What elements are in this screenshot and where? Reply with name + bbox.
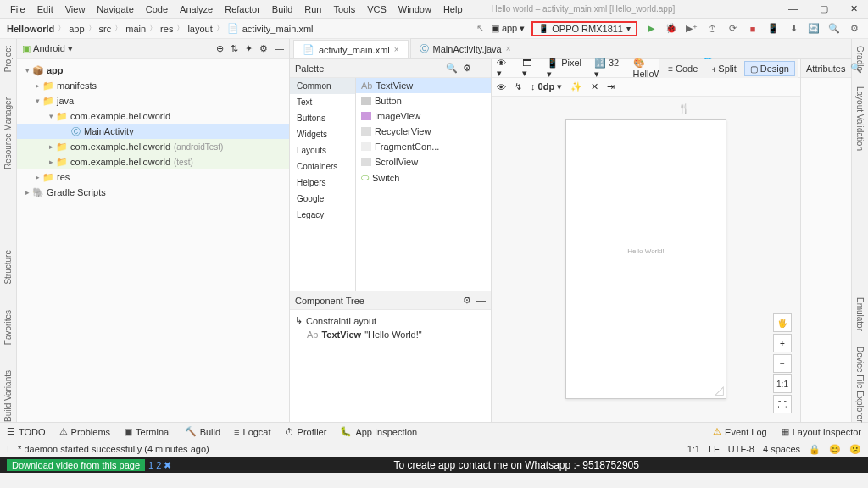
coverage-icon[interactable]: ▶⁺ [685, 22, 698, 36]
options-icon[interactable]: ✦ [245, 43, 253, 54]
tab-problems[interactable]: ⚠ Problems [59, 426, 110, 437]
menu-vcs[interactable]: VCS [362, 3, 392, 16]
gutter-favorites[interactable]: Favorites [3, 310, 13, 345]
tb2-wand-icon[interactable]: ✨ [570, 81, 582, 92]
tab-close-icon[interactable]: × [506, 44, 511, 53]
tree-res[interactable]: ▸📁res [17, 169, 289, 185]
menu-tools[interactable]: Tools [328, 3, 360, 16]
sdk-icon[interactable]: ⬇ [787, 22, 800, 36]
tree-java[interactable]: ▾📁java [17, 93, 289, 108]
hide-icon[interactable]: — [275, 43, 284, 54]
item-imageview[interactable]: ImageView [356, 108, 491, 124]
crumb-src[interactable]: src [99, 24, 112, 34]
gutter-structure[interactable]: Structure [3, 250, 13, 285]
zoom-reset[interactable]: 1:1 [773, 374, 792, 393]
tab-profiler[interactable]: ⏱ Profiler [285, 427, 327, 437]
cat-layouts[interactable]: Layouts [290, 142, 355, 158]
cat-containers[interactable]: Containers [290, 158, 355, 175]
item-button[interactable]: Button [356, 93, 491, 108]
device-preview[interactable]: Hello World! ◿ [565, 119, 726, 399]
charset[interactable]: UTF-8 [728, 444, 754, 455]
tab-app-inspection[interactable]: 🐛 App Inspection [340, 426, 417, 437]
menu-refactor[interactable]: Refactor [220, 3, 265, 16]
item-fragment[interactable]: FragmentCon... [356, 139, 491, 154]
zoom-fit-icon[interactable]: ⛶ [773, 395, 792, 413]
orientation-icon[interactable]: 🗖 ▾ [522, 58, 537, 79]
comp-gear-icon[interactable]: ⚙ [463, 295, 471, 306]
crumb-file[interactable]: activity_main.xml [242, 24, 314, 34]
tb2-margin[interactable]: ↕ 0dp ▾ [531, 81, 562, 92]
menu-code[interactable]: Code [141, 3, 173, 16]
gutter-build-variants[interactable]: Build Variants [3, 370, 13, 422]
tree-package[interactable]: ▾📁com.example.helloworld [17, 108, 289, 124]
mode-design[interactable]: ▢ Design [744, 61, 795, 76]
gutter-project[interactable]: Project [3, 46, 13, 72]
menu-view[interactable]: View [60, 3, 91, 16]
gutter-emulator[interactable]: Emulator [855, 297, 865, 331]
profile-icon[interactable]: ⏱ [705, 22, 719, 36]
tree-main-activity[interactable]: ⒸMainActivity [17, 124, 289, 139]
cat-helpers[interactable]: Helpers [290, 175, 355, 191]
tab-logcat[interactable]: ≡ Logcat [234, 427, 270, 437]
caret-position[interactable]: 1:1 [687, 444, 700, 455]
close-icon[interactable]: ✕ [845, 2, 863, 16]
tree-package-test[interactable]: ▸📁com.example.helloworld(test) [17, 154, 289, 169]
crumb-project[interactable]: Helloworld [7, 24, 54, 34]
crumb-app[interactable]: app [69, 24, 84, 34]
menu-file[interactable]: File [5, 3, 31, 16]
maximize-icon[interactable]: ▢ [815, 2, 833, 16]
palette-search-icon[interactable]: 🔍 [446, 63, 458, 74]
preview-hello-world[interactable]: Hello World! [566, 247, 726, 255]
palette-hide-icon[interactable]: — [476, 63, 486, 74]
menu-help[interactable]: Help [438, 3, 468, 16]
surface-icon[interactable]: 👁 ▾ [497, 58, 512, 79]
gutter-device-file-explorer[interactable]: Device File Explorer [855, 347, 865, 422]
tb2-pack-icon[interactable]: ⇥ [607, 81, 615, 92]
breadcrumb[interactable]: Helloworld〉 app〉 src〉 main〉 res〉 layout〉… [7, 23, 314, 34]
tb2-clear-icon[interactable]: ✕ [591, 81, 598, 92]
menu-build[interactable]: Build [267, 3, 298, 16]
tab-close-icon[interactable]: × [394, 45, 399, 54]
menu-run[interactable]: Run [299, 3, 326, 16]
indent[interactable]: 4 spaces [763, 444, 800, 455]
mode-split[interactable]: ⫞ Split [705, 61, 742, 76]
resize-handle-icon[interactable]: ◿ [715, 383, 724, 396]
device-selector[interactable]: 📱 OPPO RMX1811 ▾ [531, 21, 637, 36]
item-switch[interactable]: ⬭Switch [356, 169, 491, 186]
lock-icon[interactable]: 🔒 [809, 444, 821, 455]
tree-package-androidtest[interactable]: ▸📁com.example.helloworld(androidTest) [17, 139, 289, 154]
palette-gear-icon[interactable]: ⚙ [463, 63, 471, 74]
attr-search-icon[interactable]: 🔍 [850, 63, 862, 74]
menu-analyze[interactable]: Analyze [175, 3, 218, 16]
item-recyclerview[interactable]: RecyclerView [356, 124, 491, 139]
gutter-resource-manager[interactable]: Resource Manager [3, 97, 13, 169]
crumb-res[interactable]: res [160, 24, 173, 34]
tab-build[interactable]: 🔨 Build [185, 426, 220, 437]
tab-todo[interactable]: ☰ TODO [7, 426, 46, 437]
tab-layout-inspector[interactable]: ▦ Layout Inspector [781, 426, 861, 437]
gear-icon[interactable]: ⚙ [259, 43, 268, 54]
menu-edit[interactable]: Edit [32, 3, 58, 16]
device-pixel[interactable]: 📱 Pixel ▾ [547, 58, 584, 80]
comp-constraintlayout[interactable]: ↳ConstraintLayout [295, 313, 486, 328]
tree-app[interactable]: ▾📦app [17, 63, 289, 78]
debug-icon[interactable]: 🐞 [665, 22, 678, 36]
tab-event-log[interactable]: ⚠ Event Log [713, 426, 767, 437]
avd-icon[interactable]: 📱 [766, 22, 780, 36]
cat-widgets[interactable]: Widgets [290, 126, 355, 142]
comp-hide-icon[interactable]: — [476, 295, 486, 306]
cat-text[interactable]: Text [290, 94, 355, 110]
cat-common[interactable]: Common [290, 78, 355, 94]
tb2-align-icon[interactable]: ↯ [515, 81, 522, 92]
stop-icon[interactable]: ■ [746, 22, 760, 36]
tab-terminal[interactable]: ▣ Terminal [124, 426, 171, 437]
cat-legacy[interactable]: Legacy [290, 207, 355, 223]
cat-google[interactable]: Google [290, 191, 355, 207]
tree-gradle-scripts[interactable]: ▸🐘Gradle Scripts [17, 185, 289, 200]
back-icon[interactable]: ↖ [476, 23, 484, 34]
project-view-dropdown[interactable]: Android ▾ [33, 43, 73, 54]
run-config-dropdown[interactable]: ▣ app ▾ [491, 23, 525, 34]
run-icon[interactable]: ▶ [644, 22, 658, 36]
mode-code[interactable]: ≡ Code [662, 61, 704, 76]
tb2-view-icon[interactable]: 👁 [497, 82, 506, 92]
